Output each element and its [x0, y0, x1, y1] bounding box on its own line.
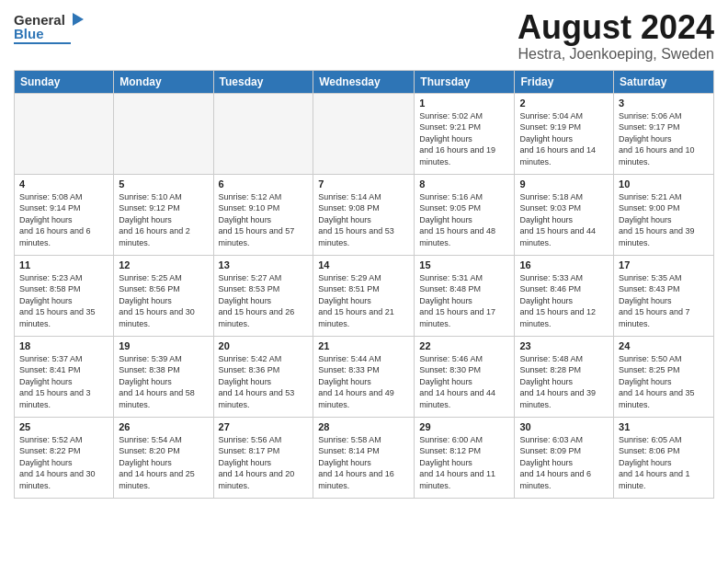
- table-row: 24Sunrise: 5:50 AMSunset: 8:25 PMDayligh…: [614, 336, 714, 417]
- day-info: Sunrise: 5:27 AMSunset: 8:53 PMDaylight …: [219, 272, 309, 330]
- table-row: 5Sunrise: 5:10 AMSunset: 9:12 PMDaylight…: [114, 174, 213, 255]
- day-number: 24: [619, 340, 709, 351]
- day-number: 13: [219, 259, 309, 270]
- table-row: 7Sunrise: 5:14 AMSunset: 9:08 PMDaylight…: [313, 174, 415, 255]
- day-info: Sunrise: 5:50 AMSunset: 8:25 PMDaylight …: [619, 353, 709, 411]
- day-number: 26: [119, 421, 208, 432]
- day-info: Sunrise: 6:03 AMSunset: 8:09 PMDaylight …: [519, 434, 609, 492]
- table-row: 1Sunrise: 5:02 AMSunset: 9:21 PMDaylight…: [415, 93, 515, 174]
- table-row: 3Sunrise: 5:06 AMSunset: 9:17 PMDaylight…: [614, 93, 714, 174]
- table-row: 14Sunrise: 5:29 AMSunset: 8:51 PMDayligh…: [313, 255, 415, 336]
- day-number: 22: [419, 340, 509, 351]
- table-row: 25Sunrise: 5:52 AMSunset: 8:22 PMDayligh…: [15, 417, 114, 498]
- table-row: [213, 93, 313, 174]
- day-info: Sunrise: 5:25 AMSunset: 8:56 PMDaylight …: [119, 272, 208, 330]
- day-info: Sunrise: 5:06 AMSunset: 9:17 PMDaylight …: [619, 110, 709, 168]
- day-info: Sunrise: 5:18 AMSunset: 9:03 PMDaylight …: [519, 191, 609, 249]
- table-row: [313, 93, 415, 174]
- table-row: 23Sunrise: 5:48 AMSunset: 8:28 PMDayligh…: [515, 336, 614, 417]
- day-number: 14: [318, 259, 409, 270]
- day-info: Sunrise: 6:05 AMSunset: 8:06 PMDaylight …: [619, 434, 709, 492]
- day-info: Sunrise: 5:52 AMSunset: 8:22 PMDaylight …: [19, 434, 108, 492]
- day-info: Sunrise: 5:48 AMSunset: 8:28 PMDaylight …: [519, 353, 609, 411]
- table-row: 28Sunrise: 5:58 AMSunset: 8:14 PMDayligh…: [313, 417, 415, 498]
- day-number: 12: [119, 259, 208, 270]
- table-row: [15, 93, 114, 174]
- day-info: Sunrise: 5:23 AMSunset: 8:58 PMDaylight …: [19, 272, 108, 330]
- table-row: 4Sunrise: 5:08 AMSunset: 9:14 PMDaylight…: [15, 174, 114, 255]
- calendar-week-row: 25Sunrise: 5:52 AMSunset: 8:22 PMDayligh…: [15, 417, 714, 498]
- table-row: 15Sunrise: 5:31 AMSunset: 8:48 PMDayligh…: [415, 255, 515, 336]
- title-block: August 2024 Hestra, Joenkoeping, Sweden: [518, 9, 714, 63]
- day-info: Sunrise: 5:14 AMSunset: 9:08 PMDaylight …: [318, 191, 409, 249]
- table-row: 20Sunrise: 5:42 AMSunset: 8:36 PMDayligh…: [213, 336, 313, 417]
- col-monday: Monday: [114, 70, 213, 93]
- day-number: 27: [219, 421, 309, 432]
- day-number: 8: [419, 178, 509, 190]
- day-number: 16: [519, 259, 609, 270]
- logo-triangle-icon: [65, 9, 85, 29]
- svg-marker-0: [73, 13, 84, 26]
- day-info: Sunrise: 5:42 AMSunset: 8:36 PMDaylight …: [219, 353, 309, 411]
- day-info: Sunrise: 5:39 AMSunset: 8:38 PMDaylight …: [119, 353, 208, 411]
- day-number: 6: [219, 178, 309, 190]
- day-info: Sunrise: 6:00 AMSunset: 8:12 PMDaylight …: [419, 434, 509, 492]
- table-row: 9Sunrise: 5:18 AMSunset: 9:03 PMDaylight…: [515, 174, 614, 255]
- day-number: 19: [119, 340, 208, 351]
- day-number: 17: [619, 259, 709, 270]
- day-info: Sunrise: 5:46 AMSunset: 8:30 PMDaylight …: [419, 353, 509, 411]
- logo-underline: [14, 42, 71, 44]
- table-row: 12Sunrise: 5:25 AMSunset: 8:56 PMDayligh…: [114, 255, 213, 336]
- calendar-header-row: Sunday Monday Tuesday Wednesday Thursday…: [15, 70, 714, 93]
- day-info: Sunrise: 5:37 AMSunset: 8:41 PMDaylight …: [19, 353, 108, 411]
- col-wednesday: Wednesday: [313, 70, 415, 93]
- table-row: 21Sunrise: 5:44 AMSunset: 8:33 PMDayligh…: [313, 336, 415, 417]
- day-number: 21: [318, 340, 409, 351]
- day-info: Sunrise: 5:12 AMSunset: 9:10 PMDaylight …: [219, 191, 309, 249]
- day-info: Sunrise: 5:31 AMSunset: 8:48 PMDaylight …: [419, 272, 509, 330]
- day-number: 7: [318, 178, 409, 190]
- table-row: [114, 93, 213, 174]
- table-row: 16Sunrise: 5:33 AMSunset: 8:46 PMDayligh…: [515, 255, 614, 336]
- day-number: 20: [219, 340, 309, 351]
- day-number: 28: [318, 421, 409, 432]
- day-number: 18: [19, 340, 108, 351]
- page-subtitle: Hestra, Joenkoeping, Sweden: [518, 46, 714, 63]
- logo-general: General: [14, 12, 65, 28]
- table-row: 31Sunrise: 6:05 AMSunset: 8:06 PMDayligh…: [614, 417, 714, 498]
- col-tuesday: Tuesday: [213, 70, 313, 93]
- day-number: 23: [519, 340, 609, 351]
- day-number: 1: [419, 98, 509, 109]
- day-number: 5: [119, 178, 208, 190]
- table-row: 8Sunrise: 5:16 AMSunset: 9:05 PMDaylight…: [415, 174, 515, 255]
- table-row: 30Sunrise: 6:03 AMSunset: 8:09 PMDayligh…: [515, 417, 614, 498]
- table-row: 26Sunrise: 5:54 AMSunset: 8:20 PMDayligh…: [114, 417, 213, 498]
- day-info: Sunrise: 5:58 AMSunset: 8:14 PMDaylight …: [318, 434, 409, 492]
- day-number: 9: [519, 178, 609, 190]
- col-sunday: Sunday: [15, 70, 114, 93]
- day-info: Sunrise: 5:54 AMSunset: 8:20 PMDaylight …: [119, 434, 208, 492]
- day-number: 29: [419, 421, 509, 432]
- day-number: 11: [19, 259, 108, 270]
- day-info: Sunrise: 5:04 AMSunset: 9:19 PMDaylight …: [519, 110, 609, 168]
- calendar-table: Sunday Monday Tuesday Wednesday Thursday…: [14, 70, 714, 499]
- table-row: 2Sunrise: 5:04 AMSunset: 9:19 PMDaylight…: [515, 93, 614, 174]
- col-thursday: Thursday: [415, 70, 515, 93]
- calendar-week-row: 18Sunrise: 5:37 AMSunset: 8:41 PMDayligh…: [15, 336, 714, 417]
- day-number: 15: [419, 259, 509, 270]
- day-info: Sunrise: 5:56 AMSunset: 8:17 PMDaylight …: [219, 434, 309, 492]
- day-number: 3: [619, 98, 709, 109]
- calendar-week-row: 1Sunrise: 5:02 AMSunset: 9:21 PMDaylight…: [15, 93, 714, 174]
- day-number: 2: [519, 98, 609, 109]
- day-info: Sunrise: 5:29 AMSunset: 8:51 PMDaylight …: [318, 272, 409, 330]
- day-number: 31: [619, 421, 709, 432]
- table-row: 13Sunrise: 5:27 AMSunset: 8:53 PMDayligh…: [213, 255, 313, 336]
- table-row: 10Sunrise: 5:21 AMSunset: 9:00 PMDayligh…: [614, 174, 714, 255]
- day-info: Sunrise: 5:33 AMSunset: 8:46 PMDaylight …: [519, 272, 609, 330]
- day-info: Sunrise: 5:44 AMSunset: 8:33 PMDaylight …: [318, 353, 409, 411]
- table-row: 18Sunrise: 5:37 AMSunset: 8:41 PMDayligh…: [15, 336, 114, 417]
- page-header: General Blue August 2024 Hestra, Joenkoe…: [14, 9, 714, 63]
- calendar-week-row: 4Sunrise: 5:08 AMSunset: 9:14 PMDaylight…: [15, 174, 714, 255]
- day-info: Sunrise: 5:02 AMSunset: 9:21 PMDaylight …: [419, 110, 509, 168]
- table-row: 22Sunrise: 5:46 AMSunset: 8:30 PMDayligh…: [415, 336, 515, 417]
